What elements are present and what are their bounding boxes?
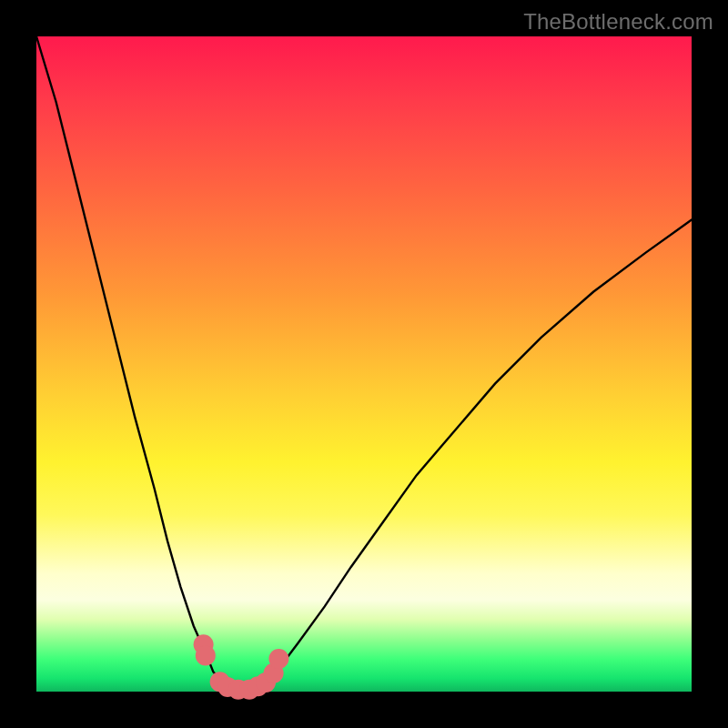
datapoint-markers — [194, 634, 289, 700]
outer-black-frame: TheBottleneck.com — [0, 0, 728, 728]
bottleneck-curve — [36, 36, 692, 690]
datapoint-marker — [196, 645, 216, 665]
watermark-text: TheBottleneck.com — [523, 9, 713, 35]
curve-svg — [36, 36, 692, 692]
gradient-plot-area — [36, 36, 692, 692]
datapoint-marker — [268, 649, 288, 669]
